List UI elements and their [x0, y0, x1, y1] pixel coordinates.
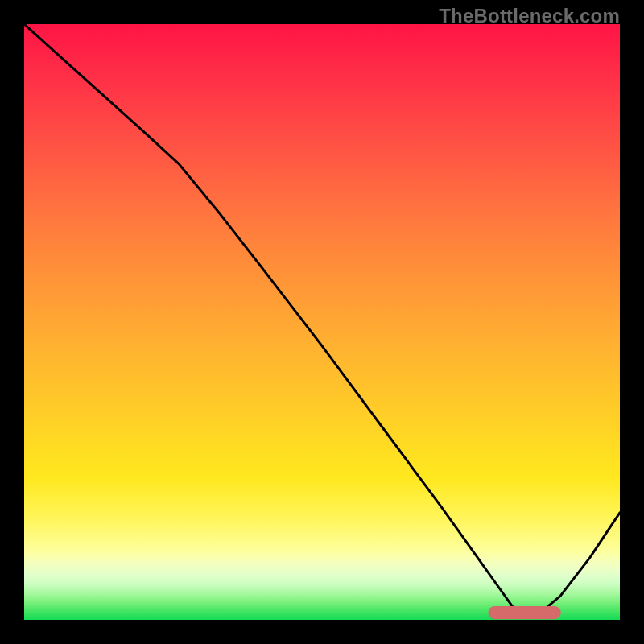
plot-area [24, 24, 620, 620]
gradient-background [24, 24, 620, 620]
bottleneck-chart: TheBottleneck.com [0, 0, 644, 644]
svg-rect-0 [24, 24, 620, 620]
